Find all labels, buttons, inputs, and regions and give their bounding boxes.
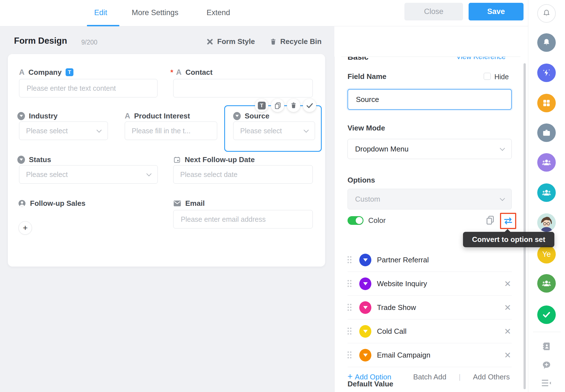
app-window: Edit More Settings Extend Close Save For… bbox=[0, 0, 565, 392]
hide-checkbox[interactable] bbox=[484, 73, 491, 80]
panel-scrollbar[interactable] bbox=[524, 63, 526, 389]
option-row[interactable]: Trade Show ✕ bbox=[348, 296, 512, 319]
notification-bell-outline-button[interactable] bbox=[537, 4, 556, 23]
settings-panel-header bbox=[334, 26, 528, 57]
tab-edit[interactable]: Edit bbox=[94, 8, 107, 17]
options-label: Options bbox=[348, 176, 375, 185]
add-others-button[interactable]: Add Others bbox=[473, 373, 510, 381]
company-input-field[interactable] bbox=[26, 84, 150, 93]
product-interest-input[interactable]: Please fill in the t... bbox=[125, 122, 217, 140]
convert-to-option-set-button[interactable] bbox=[500, 213, 516, 229]
check-icon bbox=[305, 101, 314, 110]
recycle-bin-button[interactable]: Recycle Bin bbox=[270, 37, 321, 46]
delete-option-icon[interactable]: ✕ bbox=[504, 326, 512, 336]
option-label[interactable]: Trade Show bbox=[377, 303, 416, 312]
field-name-input[interactable] bbox=[348, 89, 512, 110]
form-style-label: Form Style bbox=[217, 37, 255, 46]
address-book-icon bbox=[542, 342, 551, 351]
drag-handle-icon[interactable] bbox=[348, 304, 351, 311]
contact-input-field[interactable] bbox=[180, 84, 306, 93]
view-mode-select[interactable]: Dropdown Menu bbox=[348, 139, 512, 159]
delete-option-icon[interactable]: ✕ bbox=[504, 350, 512, 360]
status-select[interactable]: Please select bbox=[19, 165, 158, 184]
option-color-dot[interactable] bbox=[359, 301, 371, 314]
option-row[interactable]: Partner Referral bbox=[348, 248, 512, 272]
form-style-button[interactable]: Form Style bbox=[206, 37, 255, 46]
contact-input[interactable] bbox=[173, 79, 313, 97]
batch-add-button[interactable]: Batch Add bbox=[413, 373, 446, 381]
save-button[interactable]: Save bbox=[469, 3, 524, 20]
duplicate-field-button[interactable] bbox=[271, 99, 284, 112]
bell-icon bbox=[542, 9, 551, 18]
drag-handle-icon[interactable] bbox=[348, 256, 351, 263]
close-button[interactable]: Close bbox=[404, 3, 463, 20]
tasks-check-button[interactable] bbox=[537, 305, 556, 324]
source-select[interactable]: Please select bbox=[233, 122, 315, 140]
option-color-dot[interactable] bbox=[359, 349, 371, 361]
avatar-initials: Ye bbox=[542, 250, 551, 259]
delete-field-button[interactable] bbox=[287, 99, 300, 112]
drag-handle-icon[interactable] bbox=[348, 351, 351, 359]
view-reference-link[interactable]: View Reference bbox=[456, 57, 512, 63]
color-toggle[interactable] bbox=[348, 216, 363, 225]
feedback-chat-button[interactable] bbox=[541, 360, 552, 371]
next-follow-up-date-input[interactable]: Please select date bbox=[173, 165, 313, 184]
confirm-field-button[interactable] bbox=[303, 99, 316, 112]
text-field-icon: A bbox=[125, 112, 130, 120]
field-name-label: Field Name bbox=[348, 72, 386, 81]
option-label[interactable]: Email Campaign bbox=[377, 351, 430, 360]
people-group-icon bbox=[541, 157, 552, 168]
email-input[interactable] bbox=[173, 210, 313, 228]
user-avatar[interactable] bbox=[537, 213, 556, 232]
chevron-down-icon bbox=[304, 127, 309, 132]
section-title-basic: Basic bbox=[348, 57, 392, 63]
options-source-select[interactable]: Custom bbox=[348, 189, 512, 209]
option-row[interactable]: Website Inquiry ✕ bbox=[348, 272, 512, 296]
tab-more-settings[interactable]: More Settings bbox=[132, 8, 179, 17]
option-color-dot[interactable] bbox=[359, 277, 371, 290]
field-label-company: A Company T bbox=[19, 68, 73, 77]
option-label[interactable]: Cold Call bbox=[377, 327, 407, 336]
add-member-button[interactable]: + bbox=[18, 221, 32, 235]
drag-handle-icon[interactable] bbox=[348, 328, 351, 335]
delete-option-icon[interactable]: ✕ bbox=[504, 279, 512, 289]
hide-checkbox-label: Hide bbox=[494, 73, 509, 81]
option-color-dot[interactable] bbox=[359, 325, 371, 338]
option-label[interactable]: Partner Referral bbox=[377, 256, 429, 264]
industry-select[interactable]: Please select bbox=[19, 122, 108, 140]
option-label[interactable]: Website Inquiry bbox=[377, 279, 427, 288]
sidebar-divider bbox=[533, 332, 561, 332]
contacts-group-purple-button[interactable] bbox=[537, 153, 556, 172]
tab-extend[interactable]: Extend bbox=[207, 8, 230, 17]
text-field-icon: A bbox=[19, 68, 25, 77]
option-row[interactable]: Cold Call ✕ bbox=[348, 319, 512, 343]
title-badge-icon: T bbox=[66, 68, 73, 76]
chevron-down-icon bbox=[500, 146, 505, 151]
notification-bell-button[interactable] bbox=[537, 33, 556, 52]
smart-assistant-button[interactable] bbox=[537, 64, 556, 82]
title-toggle-icon: T bbox=[258, 102, 266, 109]
company-input[interactable] bbox=[19, 79, 158, 97]
chevron-down-icon bbox=[146, 171, 151, 176]
contacts-group-teal-button[interactable] bbox=[537, 183, 556, 202]
briefcase-icon bbox=[542, 128, 551, 137]
field-name-input-field[interactable] bbox=[355, 95, 504, 104]
collapse-menu-button[interactable] bbox=[541, 377, 552, 389]
avatar-initials-badge[interactable]: Ye bbox=[537, 245, 556, 263]
active-tab-underline bbox=[87, 25, 119, 26]
option-color-dot[interactable] bbox=[359, 254, 371, 266]
field-title-button[interactable]: T bbox=[255, 99, 268, 112]
address-book-button[interactable] bbox=[541, 341, 552, 352]
trash-icon bbox=[290, 102, 297, 109]
drag-handle-icon[interactable] bbox=[348, 280, 351, 287]
menu-collapse-icon bbox=[542, 379, 551, 387]
copy-options-button[interactable] bbox=[485, 215, 495, 226]
email-input-field[interactable] bbox=[180, 215, 306, 224]
workspace-apps-button[interactable] bbox=[537, 94, 556, 112]
workbench-button[interactable] bbox=[537, 123, 556, 142]
view-mode-label: View Mode bbox=[348, 124, 385, 132]
option-row[interactable]: Email Campaign ✕ bbox=[348, 343, 512, 367]
field-counter: 9/200 bbox=[81, 39, 98, 46]
contacts-group-green-button[interactable] bbox=[537, 274, 556, 293]
delete-option-icon[interactable]: ✕ bbox=[504, 303, 512, 312]
